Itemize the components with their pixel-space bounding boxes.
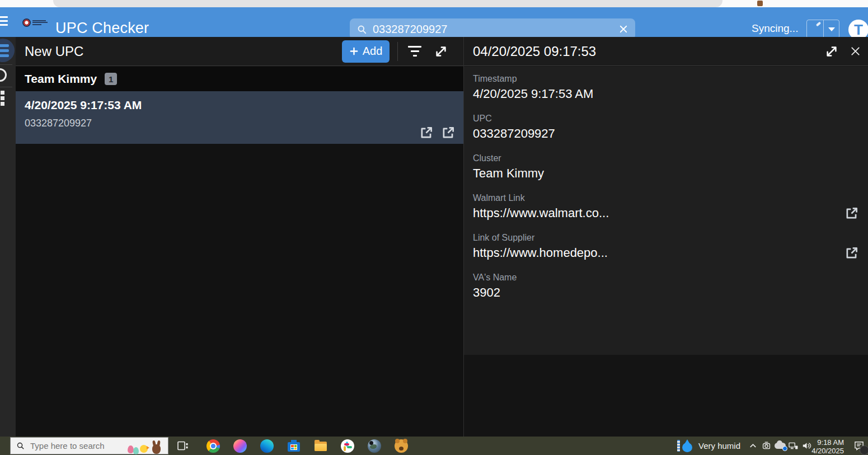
- field-supplier-link: Link of Supplier https://www.homedepo...: [473, 233, 859, 261]
- notification-badge: [860, 445, 868, 455]
- sidebar-item-list-view[interactable]: [0, 39, 15, 62]
- notification-icon[interactable]: [853, 440, 865, 451]
- file-explorer-icon[interactable]: [314, 439, 327, 453]
- field-walmart-link: Walmart Link https://www.walmart.co...: [473, 193, 859, 222]
- hamburger-menu-icon[interactable]: [0, 16, 8, 26]
- clock-date: 4/20/2025: [811, 447, 844, 455]
- logo-ring: [22, 18, 31, 27]
- field-va-name: VA's Name 3902: [473, 273, 859, 301]
- field-timestamp: Timestamp 4/20/2025 9:17:53 AM: [473, 74, 859, 102]
- taskbar: Very humid 9:18 AM 4/20/2025: [0, 437, 868, 455]
- weather-icon[interactable]: [677, 438, 695, 453]
- sync-split-button[interactable]: [806, 20, 839, 39]
- network-icon[interactable]: [788, 440, 799, 451]
- detail-title: 04/20/2025 09:17:53: [473, 44, 596, 59]
- field-upc: UPC 033287209927: [473, 114, 859, 142]
- search-icon: [356, 24, 367, 35]
- external-link-icon[interactable]: [844, 206, 859, 221]
- external-link-icon[interactable]: [419, 125, 434, 140]
- chevron-up-icon[interactable]: [748, 440, 758, 451]
- microsoft-store-icon[interactable]: [287, 439, 301, 453]
- expand-icon[interactable]: [434, 45, 448, 58]
- browser-tab: [53, 0, 722, 7]
- detail-panel: 04/20/2025 09:17:53 Timestamp 4/20/2025 …: [463, 37, 868, 437]
- search-input[interactable]: [373, 23, 613, 36]
- onedrive-icon[interactable]: [775, 442, 786, 450]
- logo-text: [32, 19, 48, 26]
- browser-strip: [0, 0, 868, 7]
- favicon-dot: [757, 1, 763, 6]
- slack-icon[interactable]: [341, 439, 354, 453]
- group-name: Team Kimmy: [25, 72, 97, 86]
- sidebar-item-grid-view[interactable]: [0, 91, 5, 106]
- toolbar-divider: [397, 42, 398, 61]
- list-toolbar: New UPC Add: [16, 37, 463, 66]
- view-sidebar: [0, 37, 16, 437]
- list-item-subtitle: 033287209927: [25, 118, 454, 129]
- filter-icon[interactable]: [407, 46, 422, 57]
- group-count-badge: 1: [105, 73, 117, 85]
- external-link-icon[interactable]: [441, 125, 456, 140]
- sync-button[interactable]: [807, 20, 824, 38]
- sidebar-divider: [0, 87, 12, 87]
- camera-icon[interactable]: [761, 440, 772, 451]
- search-highlight-easter-icon[interactable]: [128, 438, 169, 454]
- group-header[interactable]: Team Kimmy 1: [16, 67, 463, 91]
- copilot-icon[interactable]: [233, 439, 247, 453]
- app-logo: [22, 17, 51, 27]
- field-cluster: Cluster Team Kimmy: [473, 153, 859, 182]
- add-plus-icon: [349, 46, 359, 56]
- app-header: UPC Checker Syncing... T: [0, 7, 868, 37]
- sidebar-divider: [0, 64, 12, 65]
- app-title: UPC Checker: [55, 20, 149, 37]
- detail-header: 04/20/2025 09:17:53: [464, 37, 868, 66]
- list-panel: New UPC Add Team Kimmy 1 4/20/2025 9:17:…: [16, 37, 463, 437]
- globe-app-icon[interactable]: [368, 439, 381, 453]
- clear-search-icon[interactable]: [618, 24, 628, 34]
- view-title: New UPC: [25, 44, 83, 59]
- sync-dropdown-button[interactable]: [824, 20, 839, 38]
- add-button-label: Add: [363, 45, 383, 58]
- list-item[interactable]: 4/20/2025 9:17:53 AM 033287209927: [16, 91, 463, 144]
- list-item-actions: [419, 125, 456, 140]
- list-item-title: 4/20/2025 9:17:53 AM: [25, 98, 454, 112]
- add-button[interactable]: Add: [342, 40, 390, 63]
- detail-card: Timestamp 4/20/2025 9:17:53 AM UPC 03328…: [464, 67, 868, 355]
- volume-icon[interactable]: [801, 440, 812, 451]
- tunnelbear-icon[interactable]: [395, 439, 408, 453]
- edge-icon[interactable]: [260, 439, 274, 453]
- expand-icon[interactable]: [825, 45, 838, 58]
- external-link-icon[interactable]: [844, 246, 859, 260]
- sync-spinner-icon: [816, 22, 821, 27]
- task-view-icon[interactable]: [177, 440, 189, 452]
- sync-status: Syncing...: [752, 22, 798, 35]
- close-icon[interactable]: [850, 45, 861, 57]
- sidebar-item-clock-view[interactable]: [0, 68, 7, 82]
- taskbar-search-input[interactable]: [30, 441, 114, 451]
- weather-label[interactable]: Very humid: [698, 441, 740, 451]
- clock-time: 9:18 AM: [811, 438, 844, 447]
- sync-dropdown-icon: [828, 27, 835, 31]
- chrome-icon[interactable]: [207, 439, 220, 453]
- taskbar-clock[interactable]: 9:18 AM 4/20/2025: [811, 438, 844, 455]
- search-icon: [16, 442, 25, 450]
